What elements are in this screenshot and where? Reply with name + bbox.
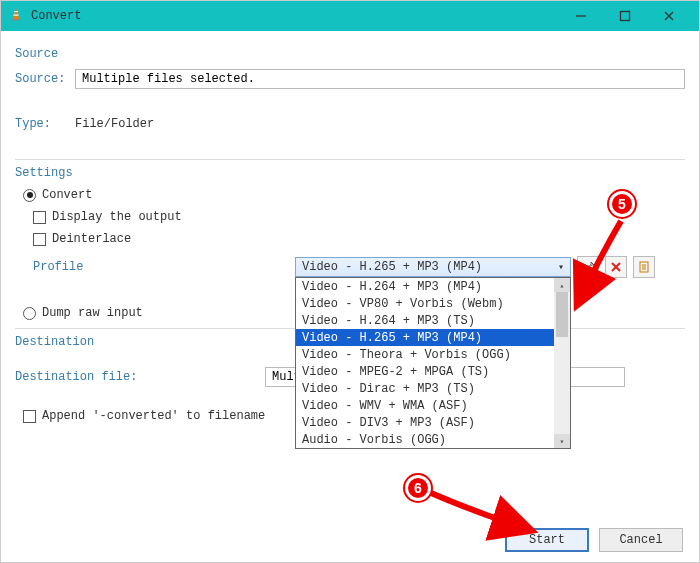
destination-file-label: Destination file:: [15, 370, 265, 384]
profile-option[interactable]: Video - H.265 + MP3 (MP4): [296, 329, 570, 346]
append-converted-label: Append '-converted' to filename: [42, 409, 265, 423]
profile-option[interactable]: Video - MPEG-2 + MPGA (TS): [296, 363, 570, 380]
profile-option[interactable]: Video - WMV + WMA (ASF): [296, 397, 570, 414]
divider: [15, 159, 685, 160]
profile-label: Profile: [15, 260, 295, 274]
source-label: Source:: [15, 72, 67, 86]
profile-option[interactable]: Video - H.264 + MP3 (MP4): [296, 278, 570, 295]
maximize-button[interactable]: [603, 1, 647, 31]
delete-x-icon: [610, 261, 622, 273]
radio-icon: [23, 189, 36, 202]
scroll-down-icon[interactable]: ▾: [554, 434, 570, 448]
profile-option[interactable]: Video - Theora + Vorbis (OGG): [296, 346, 570, 363]
start-button[interactable]: Start: [505, 528, 589, 552]
dump-raw-label: Dump raw input: [42, 306, 143, 320]
profile-option[interactable]: Video - VP80 + Vorbis (Webm): [296, 295, 570, 312]
source-input[interactable]: [75, 69, 685, 89]
checkbox-icon: [23, 410, 36, 423]
settings-legend: Settings: [15, 166, 685, 180]
convert-radio[interactable]: Convert: [23, 188, 685, 202]
new-doc-icon: [638, 261, 650, 273]
type-label: Type:: [15, 117, 67, 131]
new-profile-button[interactable]: [633, 256, 655, 278]
svg-rect-2: [14, 11, 18, 12]
svg-rect-3: [13, 15, 18, 16]
svg-rect-5: [621, 12, 630, 21]
svg-rect-1: [12, 19, 20, 21]
checkbox-icon: [33, 211, 46, 224]
scroll-thumb[interactable]: [556, 292, 568, 337]
window-title: Convert: [31, 9, 81, 23]
wrench-icon: [582, 261, 595, 274]
vlc-icon: [9, 7, 23, 25]
annotation-badge-6: 6: [405, 475, 431, 501]
profile-option[interactable]: Video - Dirac + MP3 (TS): [296, 380, 570, 397]
profile-option[interactable]: Video - H.264 + MP3 (TS): [296, 312, 570, 329]
svg-marker-0: [13, 8, 19, 19]
checkbox-icon: [33, 233, 46, 246]
profile-option[interactable]: Audio - Vorbis (OGG): [296, 431, 570, 448]
delete-profile-button[interactable]: [605, 256, 627, 278]
chevron-down-icon: ▾: [558, 261, 564, 273]
profile-dropdown-list[interactable]: Video - H.264 + MP3 (MP4) Video - VP80 +…: [295, 277, 571, 449]
profile-selected-text: Video - H.265 + MP3 (MP4): [302, 260, 482, 274]
profile-combobox[interactable]: Video - H.265 + MP3 (MP4) ▾ Video - H.26…: [295, 257, 571, 277]
radio-icon: [23, 307, 36, 320]
cancel-button[interactable]: Cancel: [599, 528, 683, 552]
minimize-button[interactable]: [559, 1, 603, 31]
scrollbar[interactable]: ▴ ▾: [554, 278, 570, 448]
scroll-up-icon[interactable]: ▴: [554, 278, 570, 292]
profile-option[interactable]: Video - DIV3 + MP3 (ASF): [296, 414, 570, 431]
deinterlace-checkbox[interactable]: Deinterlace: [33, 232, 685, 246]
annotation-badge-5: 5: [609, 191, 635, 217]
deinterlace-label: Deinterlace: [52, 232, 131, 246]
display-output-label: Display the output: [52, 210, 182, 224]
convert-radio-label: Convert: [42, 188, 92, 202]
titlebar[interactable]: Convert: [1, 1, 699, 31]
display-output-checkbox[interactable]: Display the output: [33, 210, 685, 224]
type-value: File/Folder: [75, 117, 154, 131]
close-button[interactable]: [647, 1, 691, 31]
source-legend: Source: [15, 47, 685, 61]
edit-profile-button[interactable]: [577, 256, 599, 278]
